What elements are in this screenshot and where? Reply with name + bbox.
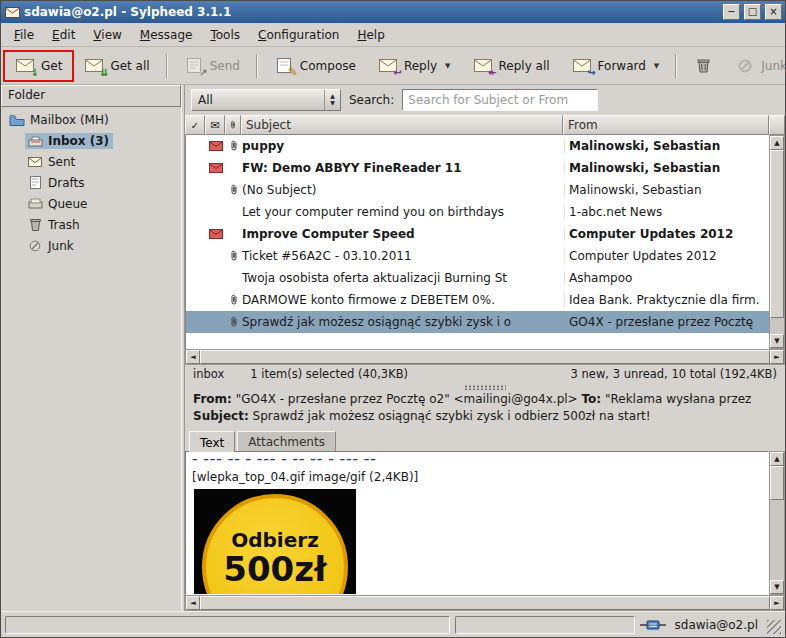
message-row[interactable]: Twoja osobista oferta aktualizacji Burni… bbox=[186, 267, 769, 289]
folder-item-junk[interactable]: Junk bbox=[1, 235, 181, 256]
account-label[interactable]: sdawia@o2.pl bbox=[671, 618, 762, 632]
send-button[interactable]: ↗ Send bbox=[174, 52, 250, 80]
scroll-left-icon[interactable]: ◄ bbox=[186, 350, 200, 364]
menu-edit[interactable]: Edit bbox=[43, 25, 84, 45]
subject-column-header[interactable]: Subject bbox=[241, 115, 563, 135]
message-row[interactable]: FW: Demo ABBYY FineReader 11 Malinowski,… bbox=[186, 157, 769, 179]
filter-dropdown[interactable]: All ▲▼ bbox=[191, 89, 341, 111]
drafts-icon bbox=[27, 176, 43, 189]
read-column-header[interactable]: ✓ bbox=[185, 115, 205, 135]
attachment-clip-icon bbox=[226, 184, 242, 196]
attachment-clip-icon bbox=[226, 206, 242, 218]
folder-item-queue[interactable]: Queue bbox=[1, 193, 181, 214]
menu-file[interactable]: File bbox=[5, 25, 43, 45]
message-body-horizontal-scrollbar[interactable]: ◄ ► bbox=[185, 595, 785, 611]
search-label: Search: bbox=[349, 93, 394, 107]
from-label: From: bbox=[193, 392, 232, 406]
unread-envelope-icon bbox=[206, 295, 226, 305]
message-body-vertical-scrollbar[interactable]: ▲ ▼ bbox=[769, 451, 785, 595]
message-list-vertical-scrollbar[interactable]: ▲ ▼ bbox=[769, 135, 785, 349]
get-all-mail-icon: ⇊ bbox=[84, 58, 104, 74]
compose-button[interactable]: ✎ Compose bbox=[264, 52, 366, 80]
scrollbar-thumb[interactable] bbox=[770, 150, 784, 318]
menubar: File Edit View Message Tools Configurati… bbox=[1, 23, 785, 47]
tab-attachments[interactable]: Attachments bbox=[237, 431, 336, 451]
message-headers: From: "GO4X - przesłane przez Pocztę o2"… bbox=[185, 391, 785, 427]
scrollbar-thumb[interactable] bbox=[200, 350, 770, 364]
tab-text[interactable]: Text bbox=[189, 431, 235, 452]
message-list-horizontal-scrollbar[interactable]: ◄ ► bbox=[185, 349, 785, 365]
splitter-grip-icon[interactable] bbox=[464, 385, 506, 390]
junk-icon bbox=[735, 58, 755, 74]
reply-all-button[interactable]: ↞ Reply all bbox=[463, 52, 560, 80]
subject-value: Sprawdź jak możesz osiągnąć szybki zysk … bbox=[253, 409, 651, 423]
trash-icon bbox=[693, 58, 713, 74]
app-icon bbox=[4, 4, 20, 20]
mailbox-icon bbox=[9, 114, 25, 126]
menu-view[interactable]: View bbox=[84, 25, 130, 45]
message-row[interactable]: puppy Malinowski, Sebastian bbox=[186, 135, 769, 157]
folder-item-drafts[interactable]: Drafts bbox=[1, 172, 181, 193]
reply-dropdown-arrow[interactable]: ▼ bbox=[445, 62, 450, 70]
to-value: "Reklama wysłana przez bbox=[605, 392, 751, 406]
menu-configuration[interactable]: Configuration bbox=[249, 25, 348, 45]
main-area: Folder Mailbox (MH) Inbox (3) Sent bbox=[1, 85, 785, 611]
scrollbar-thumb[interactable] bbox=[770, 466, 784, 500]
current-folder-label: inbox bbox=[193, 367, 224, 381]
scroll-right-icon[interactable]: ► bbox=[770, 350, 784, 364]
compose-icon: ✎ bbox=[274, 58, 294, 74]
message-row[interactable]: (No Subject) Malinowski, Sebastian bbox=[186, 179, 769, 201]
toolbar-separator bbox=[166, 54, 168, 78]
folder-item-sent[interactable]: Sent bbox=[1, 151, 181, 172]
banner-text-line2: 500zł bbox=[223, 552, 326, 588]
forward-dropdown-arrow[interactable]: ▼ bbox=[654, 62, 659, 70]
scroll-left-icon[interactable]: ◄ bbox=[186, 596, 200, 610]
reply-button[interactable]: ↩ Reply ▼ bbox=[368, 52, 461, 80]
close-button[interactable]: × bbox=[765, 4, 782, 20]
scroll-up-icon[interactable]: ▲ bbox=[770, 452, 784, 466]
minimize-button[interactable]: − bbox=[723, 4, 740, 20]
folder-pane: Folder Mailbox (MH) Inbox (3) Sent bbox=[1, 85, 181, 611]
message-list-header: ✓ ✉ Subject From bbox=[185, 115, 785, 135]
link-fragments: – ––– –– – ––– – –– –– – ––– –– bbox=[192, 456, 762, 466]
search-input[interactable] bbox=[402, 89, 598, 111]
message-row[interactable]: DARMOWE konto firmowe z DEBETEM 0%. Idea… bbox=[186, 289, 769, 311]
message-view-tabs: Text Attachments bbox=[185, 427, 785, 451]
inline-attachment-label: [wlepka_top_04.gif image/gif (2,4KB)] bbox=[192, 466, 762, 486]
scrollbar-thumb[interactable] bbox=[200, 596, 770, 610]
attachment-column-header[interactable] bbox=[225, 115, 241, 135]
folder-pane-header[interactable]: Folder bbox=[1, 85, 181, 107]
resize-grip[interactable] bbox=[767, 620, 781, 634]
progress-bar bbox=[5, 616, 450, 634]
get-all-button[interactable]: ⇊ Get all bbox=[74, 52, 159, 80]
menu-tools[interactable]: Tools bbox=[201, 25, 249, 45]
toolbar-separator bbox=[256, 54, 258, 78]
junk-button[interactable]: Junk bbox=[725, 52, 786, 80]
folder-item-mailbox[interactable]: Mailbox (MH) bbox=[1, 109, 181, 130]
scroll-down-icon[interactable]: ▼ bbox=[770, 580, 784, 594]
message-row[interactable]: Improve Computer Speed Computer Updates … bbox=[186, 223, 769, 245]
filter-dropdown-spinner-icon[interactable]: ▲▼ bbox=[324, 90, 340, 110]
envelope-column-header[interactable]: ✉ bbox=[205, 115, 225, 135]
online-status-icon[interactable] bbox=[640, 619, 666, 631]
message-row[interactable]: Let your computer remind you on birthday… bbox=[186, 201, 769, 223]
menu-help[interactable]: Help bbox=[348, 25, 393, 45]
scroll-right-icon[interactable]: ► bbox=[770, 596, 784, 610]
delete-button[interactable] bbox=[683, 52, 723, 80]
inbox-icon bbox=[27, 135, 43, 147]
message-body[interactable]: – ––– –– – ––– – –– –– – ––– –– [wlepka_… bbox=[185, 451, 769, 595]
forward-button[interactable]: ↪ Forward ▼ bbox=[562, 52, 670, 80]
list-view-splitter[interactable] bbox=[185, 383, 785, 391]
maximize-button[interactable]: □ bbox=[744, 4, 761, 20]
attachment-clip-icon bbox=[226, 228, 242, 240]
from-column-header[interactable]: From bbox=[563, 115, 769, 135]
unread-envelope-icon bbox=[206, 163, 226, 173]
get-button[interactable]: ↓ Get bbox=[5, 52, 72, 80]
folder-item-trash[interactable]: Trash bbox=[1, 214, 181, 235]
menu-message[interactable]: Message bbox=[131, 25, 202, 45]
message-row[interactable]: Ticket #56A2C - 03.10.2011 Computer Upda… bbox=[186, 245, 769, 267]
scroll-down-icon[interactable]: ▼ bbox=[770, 334, 784, 348]
message-row[interactable]: Sprawdź jak możesz osiągnąć szybki zysk … bbox=[186, 311, 769, 333]
folder-item-inbox[interactable]: Inbox (3) bbox=[1, 130, 181, 151]
scroll-up-icon[interactable]: ▲ bbox=[770, 136, 784, 150]
